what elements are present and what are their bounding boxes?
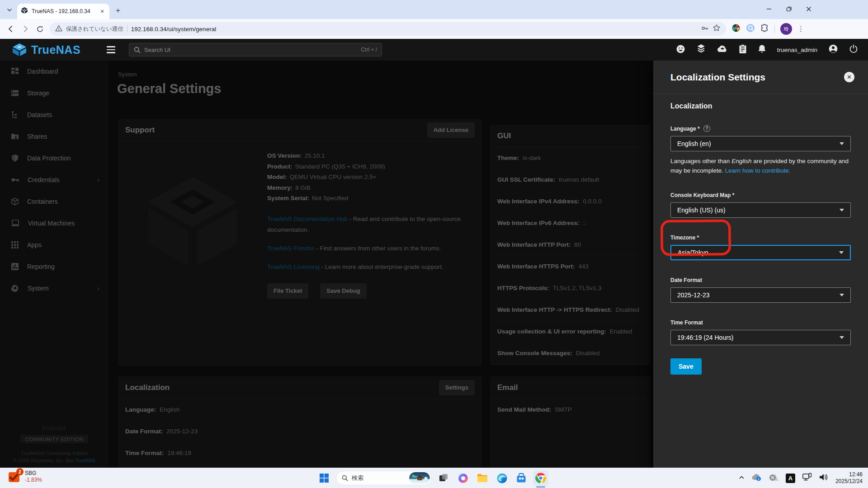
back-icon[interactable] — [4, 22, 18, 36]
tab-close-icon[interactable]: ✕ — [99, 8, 106, 15]
search-icon — [342, 475, 348, 481]
extension-area: 玲 ⋮ — [731, 23, 804, 35]
truecloud-icon[interactable] — [717, 45, 728, 55]
search-icon — [134, 47, 141, 53]
maximize-button[interactable] — [782, 2, 796, 16]
browser-tab[interactable]: TrueNAS - 192.168.0.34 ✕ — [17, 4, 109, 19]
global-search-input[interactable]: Search UI Ctrl + / — [129, 43, 382, 56]
status-x-icon[interactable] — [769, 473, 779, 483]
chrome-button[interactable] — [533, 470, 548, 486]
minimize-button[interactable] — [762, 2, 776, 16]
reload-icon[interactable] — [33, 22, 47, 36]
time-format-label: Time Format — [670, 319, 703, 326]
language-label: Language * — [670, 126, 700, 132]
help-circle-icon[interactable]: ? — [703, 125, 710, 132]
taskbar: 2 SBG -1.83% 検索 — [0, 468, 868, 488]
chevron-down-icon — [840, 336, 844, 339]
search-highlight-image[interactable] — [409, 472, 430, 484]
forward-icon[interactable] — [18, 22, 33, 36]
search-shortcut-hint: Ctrl + / — [361, 47, 377, 53]
stock-widget-icon: 2 — [7, 470, 21, 483]
file-explorer-button[interactable] — [475, 470, 490, 486]
widget-badge: 2 — [16, 468, 24, 475]
taskbar-search-placeholder: 検索 — [352, 474, 406, 482]
chevron-down-icon — [840, 294, 844, 296]
widgets-button[interactable]: 2 SBG -1.83% — [7, 470, 42, 483]
keyboard-field-group: Console Keyboard Map * English (US) (us) — [670, 192, 851, 218]
extensions-puzzle-icon[interactable] — [760, 24, 769, 34]
taskbar-search[interactable]: 検索 — [336, 471, 432, 485]
omnibox-divider — [127, 25, 127, 33]
tab-search-chevron-icon[interactable] — [4, 4, 15, 16]
timezone-select[interactable]: Asia/Tokyo — [670, 245, 851, 260]
widget-change: -1.83% — [25, 477, 42, 483]
panel-section-heading: Localization — [670, 102, 851, 110]
chevron-down-icon — [839, 251, 844, 254]
time-format-field-group: Time Format 19:46:19 (24 Hours) — [670, 319, 851, 345]
date-format-field-group: Date Format 2025-12-23 — [670, 277, 851, 303]
edge-button[interactable] — [494, 470, 509, 486]
truenas-favicon — [21, 7, 28, 16]
taskbar-center: 検索 — [316, 468, 548, 488]
clock-time: 12:46 — [835, 471, 863, 478]
contribute-link[interactable]: Learn how to contribute. — [725, 167, 791, 174]
search-placeholder: Search UI — [144, 47, 357, 53]
extension-icon-colorful[interactable] — [731, 23, 741, 34]
extension-icon-blue-q[interactable] — [746, 23, 755, 34]
screen: TrueNAS - 192.168.0.34 ✕ ＋ 保護されていない通信 19… — [0, 0, 868, 488]
onedrive-cloud-icon[interactable]: i — [751, 473, 762, 483]
language-select[interactable]: English (en) — [670, 136, 851, 151]
close-window-button[interactable] — [802, 2, 816, 16]
ime-mode-icon[interactable]: A — [786, 474, 795, 483]
truecommand-stack-icon[interactable] — [696, 44, 706, 56]
url-text[interactable]: 192.168.0.34/ui/system/general — [131, 26, 697, 33]
save-button[interactable]: Save — [670, 358, 702, 375]
date-format-select[interactable]: 2025-12-23 — [670, 287, 851, 303]
microsoft-store-button[interactable] — [514, 470, 529, 486]
widget-ticker: SBG — [25, 470, 42, 477]
truenas-body: Dashboard Storage Datasets Shares Data P… — [0, 61, 868, 468]
keyboard-label: Console Keyboard Map * — [670, 192, 734, 198]
keyboard-select[interactable]: English (US) (us) — [670, 202, 851, 218]
timezone-field-group: Timezone * Asia/Tokyo — [670, 235, 851, 260]
chevron-down-icon — [840, 142, 844, 145]
date-format-label: Date Format — [670, 277, 702, 283]
time-format-select[interactable]: 19:46:19 (24 Hours) — [670, 330, 851, 345]
taskbar-clock[interactable]: 12:46 2025/12/24 — [835, 471, 863, 485]
panel-title: Localization Settings — [670, 72, 765, 83]
not-secure-warning-icon[interactable] — [55, 25, 62, 33]
new-tab-button[interactable]: ＋ — [112, 4, 124, 16]
language-field-group: Language *? English (en) Languages other… — [670, 125, 851, 175]
volume-icon[interactable] — [819, 473, 829, 483]
username-label[interactable]: truenas_admin — [777, 47, 817, 53]
truenas-logo[interactable]: TrueNAS — [12, 43, 80, 56]
window-controls — [762, 2, 816, 16]
power-icon[interactable] — [849, 44, 858, 55]
close-icon[interactable]: ✕ — [844, 72, 854, 82]
bookmark-star-icon[interactable] — [712, 24, 721, 34]
alerts-bell-icon[interactable] — [758, 44, 766, 56]
tab-title: TrueNAS - 192.168.0.34 — [32, 8, 95, 14]
jobs-clipboard-icon[interactable] — [739, 44, 747, 56]
truenas-logo-icon — [12, 43, 27, 56]
truenas-header: TrueNAS Search UI Ctrl + / truenas_admin — [0, 39, 868, 61]
chevron-down-icon — [840, 209, 844, 211]
system-tray: i A 12:46 2025/12/24 — [739, 468, 863, 488]
tray-expand-icon[interactable] — [739, 474, 745, 482]
account-user-icon[interactable] — [828, 44, 838, 56]
security-label[interactable]: 保護されていない通信 — [66, 25, 123, 33]
hamburger-menu-icon[interactable] — [107, 46, 115, 53]
browser-tabstrip: TrueNAS - 192.168.0.34 ✕ ＋ — [0, 0, 868, 19]
header-actions: truenas_admin — [676, 44, 858, 56]
start-button[interactable] — [316, 470, 332, 486]
browser-menu-icon[interactable]: ⋮ — [797, 25, 804, 33]
network-icon[interactable] — [802, 473, 812, 483]
copilot-button[interactable] — [455, 470, 471, 486]
password-key-icon[interactable] — [700, 24, 709, 34]
language-help-text: Languages other than English are provide… — [670, 156, 851, 175]
feedback-smiley-icon[interactable] — [676, 44, 685, 56]
address-bar[interactable]: 保護されていない通信 192.168.0.34/ui/system/genera… — [50, 22, 726, 36]
task-view-button[interactable] — [436, 470, 451, 486]
profile-avatar[interactable]: 玲 — [780, 23, 792, 35]
brand-text: TrueNAS — [31, 43, 80, 56]
